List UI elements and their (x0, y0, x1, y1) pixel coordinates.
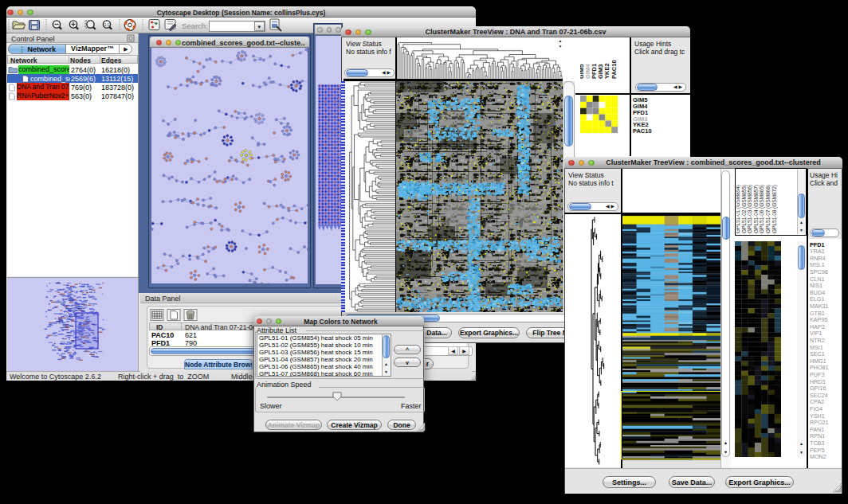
svg-text:1:1: 1:1 (104, 23, 110, 27)
svg-text:PAC10: PAC10 (610, 60, 618, 79)
svg-text:MON2: MON2 (810, 453, 826, 460)
svg-text:PAC10: PAC10 (633, 127, 652, 135)
svg-text:GPL51-08 (GSM872): GPL51-08 (GSM872) (771, 185, 778, 233)
